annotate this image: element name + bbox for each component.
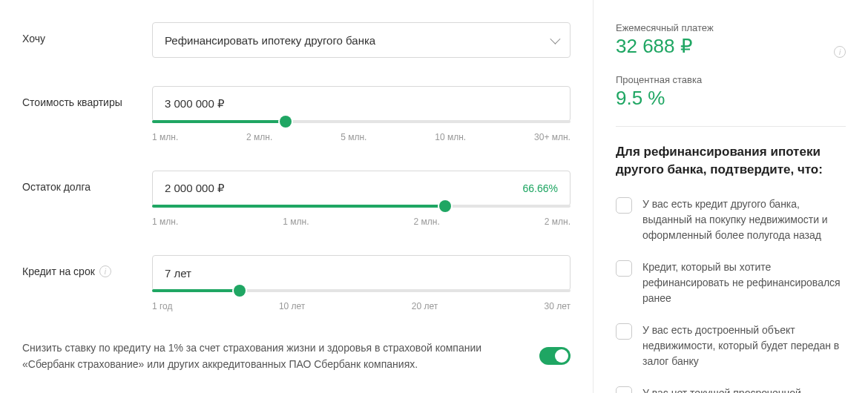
- info-icon[interactable]: i: [834, 46, 846, 58]
- chevron-down-icon: [550, 34, 560, 44]
- property-cost-input[interactable]: 3 000 000 ₽: [152, 86, 571, 122]
- confirm-checkbox-1[interactable]: [616, 197, 632, 214]
- divider: [616, 126, 846, 127]
- confirm-title: Для рефинансирования ипотеки другого бан…: [616, 143, 846, 179]
- calculator-form: Хочу Рефинансировать ипотеку другого бан…: [0, 0, 594, 393]
- debt-label: Остаток долга: [22, 171, 152, 193]
- insurance-toggle[interactable]: [539, 347, 571, 365]
- debt-value: 2 000 000 ₽: [165, 182, 225, 195]
- confirm-text-3: У вас есть достроенный объект недвижимос…: [642, 323, 846, 369]
- rate-label: Процентная ставка: [616, 74, 846, 85]
- info-icon[interactable]: i: [99, 265, 111, 277]
- debt-percent: 66.66%: [523, 182, 558, 194]
- summary-panel: Ежемесячный платеж 32 688 ₽ i Процентная…: [594, 0, 868, 393]
- monthly-label: Ежемесячный платеж: [616, 22, 714, 33]
- purpose-label: Хочу: [22, 22, 152, 44]
- confirm-checkbox-3[interactable]: [616, 323, 632, 340]
- confirm-checkbox-2[interactable]: [616, 260, 632, 277]
- confirm-text-1: У вас есть кредит другого банка, выданны…: [642, 196, 846, 243]
- term-label: Кредит на срок i: [22, 255, 152, 277]
- purpose-select[interactable]: Рефинансировать ипотеку другого банка: [152, 22, 571, 58]
- property-cost-ticks: 1 млн. 2 млн. 5 млн. 10 млн. 30+ млн.: [152, 132, 571, 142]
- insurance-text: Снизить ставку по кредиту на 1% за счет …: [22, 340, 482, 373]
- term-slider[interactable]: [152, 289, 571, 292]
- toggle-knob: [555, 349, 568, 363]
- confirm-text-2: Кредит, который вы хотите рефинансироват…: [642, 260, 846, 306]
- debt-input[interactable]: 2 000 000 ₽ 66.66%: [152, 171, 571, 206]
- property-cost-value: 3 000 000 ₽: [165, 97, 225, 110]
- rate-value: 9.5 %: [616, 87, 846, 110]
- monthly-value: 32 688 ₽: [616, 35, 714, 58]
- property-cost-label: Стоимость квартиры: [22, 86, 152, 108]
- term-value: 7 лет: [165, 267, 191, 280]
- debt-ticks: 1 млн. 1 млн. 2 млн. 2 млн.: [152, 217, 571, 227]
- property-cost-slider[interactable]: [152, 120, 571, 123]
- confirm-text-4: У вас нет текущей просроченной задолженн…: [642, 386, 846, 393]
- debt-slider[interactable]: [152, 205, 571, 208]
- term-ticks: 1 год 10 лет 20 лет 30 лет: [152, 301, 571, 311]
- term-input[interactable]: 7 лет: [152, 255, 571, 291]
- confirm-checkbox-4[interactable]: [616, 386, 632, 393]
- purpose-value: Рефинансировать ипотеку другого банка: [165, 34, 375, 47]
